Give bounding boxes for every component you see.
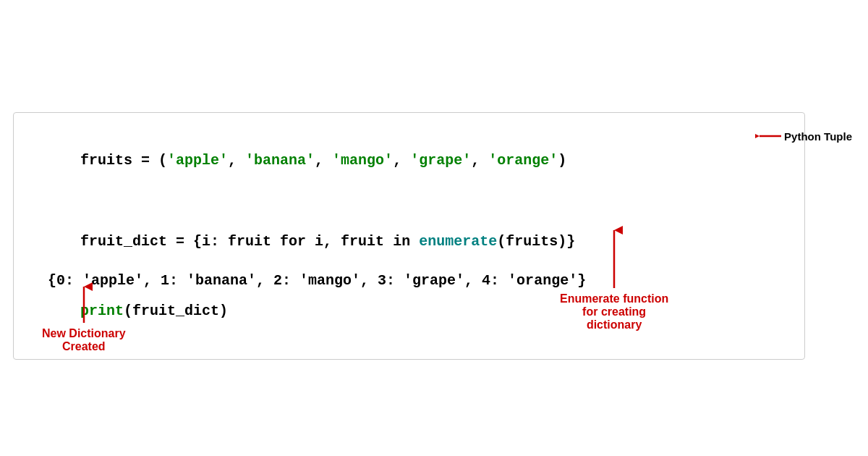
new-dict-line1: New Dictionary	[42, 327, 126, 340]
enumerate-annotation: Enumerate function for creating dictiona…	[560, 224, 668, 332]
code-banana: 'banana'	[245, 152, 315, 169]
code-fruits-var: fruits	[80, 152, 132, 169]
code-for-keyword: for	[280, 233, 306, 250]
new-dict-line2: Created	[42, 340, 126, 353]
code-in-keyword: in	[393, 233, 410, 250]
new-dict-arrow-icon	[75, 281, 93, 324]
enumerate-label: Enumerate function for creating dictiona…	[560, 292, 668, 332]
enumerate-line2: for creating	[560, 305, 668, 318]
code-fruit-dict-var: fruit_dict	[80, 233, 167, 250]
code-line-1: fruits = ('apple', 'banana', 'mango', 'g…	[28, 126, 790, 195]
enumerate-line1: Enumerate function	[560, 292, 668, 305]
page-container: fruits = ('apple', 'banana', 'mango', 'g…	[0, 0, 868, 456]
code-gap-1	[28, 195, 790, 207]
code-box: fruits = ('apple', 'banana', 'mango', 'g…	[13, 112, 805, 360]
code-enumerate-func: enumerate	[419, 233, 497, 250]
code-eq: = (	[132, 152, 167, 169]
python-tuple-arrow-icon	[755, 129, 781, 143]
code-orange: 'orange'	[488, 152, 558, 169]
enumerate-line3: dictionary	[560, 318, 668, 332]
output-text: {0: 'apple', 1: 'banana', 2: 'mango', 3:…	[48, 272, 586, 289]
code-grape: 'grape'	[410, 152, 471, 169]
code-mango: 'mango'	[332, 152, 393, 169]
new-dict-label: New Dictionary Created	[42, 327, 126, 353]
code-apple: 'apple'	[167, 152, 228, 169]
new-dict-annotation: New Dictionary Created	[42, 281, 126, 353]
python-tuple-label: Python Tuple	[784, 130, 852, 143]
enumerate-arrow-icon	[605, 224, 623, 290]
python-tuple-annotation: Python Tuple	[755, 129, 852, 143]
